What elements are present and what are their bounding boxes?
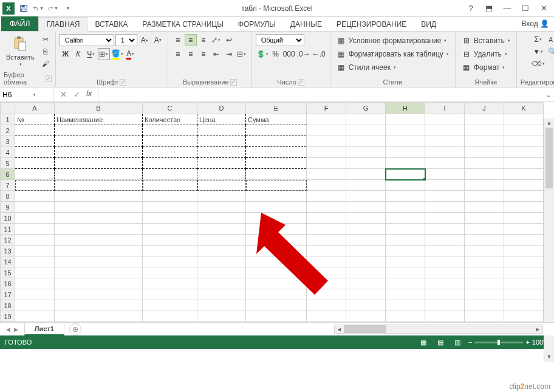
cell[interactable]	[197, 300, 246, 311]
conditional-formatting-button[interactable]: ▦Условное форматирование▾	[334, 34, 450, 47]
cut-icon[interactable]: ✂	[39, 34, 52, 45]
tab-page-layout[interactable]: РАЗМЕТКА СТРАНИЦЫ	[135, 18, 231, 31]
maximize-icon[interactable]: ☐	[518, 2, 533, 15]
cell[interactable]	[15, 213, 55, 224]
tab-insert[interactable]: ВСТАВКА	[87, 18, 135, 31]
cell[interactable]	[55, 191, 143, 202]
font-color-button[interactable]: A▾	[125, 48, 137, 60]
cell[interactable]	[246, 224, 307, 235]
sign-in-link[interactable]: Вход 👤	[522, 19, 550, 28]
cell[interactable]	[465, 267, 504, 278]
cell[interactable]	[465, 224, 504, 235]
cell[interactable]	[246, 202, 307, 213]
cell[interactable]	[425, 300, 465, 311]
decrease-font-icon[interactable]: A▾	[152, 34, 164, 46]
cell[interactable]	[246, 256, 307, 267]
cell[interactable]	[15, 191, 55, 202]
tab-formulas[interactable]: ФОРМУЛЫ	[231, 18, 283, 31]
zoom-slider[interactable]	[474, 342, 523, 343]
cell[interactable]	[425, 136, 465, 147]
cell[interactable]	[425, 213, 465, 224]
cell[interactable]	[246, 289, 307, 300]
cell[interactable]	[425, 246, 465, 256]
cell[interactable]	[197, 147, 246, 158]
zoom-in-icon[interactable]: +	[525, 339, 529, 346]
orientation-icon[interactable]: ⤢▾	[210, 34, 222, 46]
cell[interactable]	[55, 125, 143, 136]
border-button[interactable]: ⊞▾	[98, 48, 110, 60]
cell[interactable]	[307, 256, 346, 267]
cell[interactable]	[307, 169, 346, 180]
column-header[interactable]: I	[425, 103, 465, 114]
increase-indent-icon[interactable]: ⇥	[223, 48, 235, 60]
cell[interactable]	[143, 125, 197, 136]
cell[interactable]	[425, 147, 465, 158]
cell[interactable]	[246, 246, 307, 256]
cell[interactable]	[246, 235, 307, 246]
cell[interactable]	[386, 224, 425, 235]
cell[interactable]	[307, 136, 346, 147]
cell[interactable]	[55, 235, 143, 246]
cell[interactable]	[346, 136, 386, 147]
cell[interactable]	[465, 191, 504, 202]
cell[interactable]	[143, 235, 197, 246]
column-header[interactable]: K	[504, 103, 544, 114]
cell[interactable]	[197, 158, 246, 169]
cell[interactable]	[346, 158, 386, 169]
cell[interactable]	[465, 202, 504, 213]
cell[interactable]	[307, 311, 346, 322]
cell[interactable]	[143, 213, 197, 224]
column-header[interactable]: J	[465, 103, 504, 114]
cell[interactable]	[55, 158, 143, 169]
cell[interactable]	[307, 147, 346, 158]
cell[interactable]	[465, 213, 504, 224]
column-header[interactable]: F	[307, 103, 346, 114]
cell[interactable]	[346, 246, 386, 256]
cell[interactable]	[425, 267, 465, 278]
cell[interactable]	[346, 256, 386, 267]
cell[interactable]	[143, 180, 197, 191]
cell[interactable]	[246, 125, 307, 136]
cell[interactable]	[504, 180, 544, 191]
cell[interactable]	[346, 235, 386, 246]
row-header[interactable]: 9	[1, 202, 15, 213]
row-header[interactable]: 18	[1, 300, 15, 311]
cell[interactable]	[425, 224, 465, 235]
cell[interactable]	[246, 158, 307, 169]
cell[interactable]	[465, 136, 504, 147]
cell[interactable]	[346, 278, 386, 289]
copy-icon[interactable]: ⎘	[39, 46, 52, 57]
cell[interactable]	[504, 235, 544, 246]
cell[interactable]	[15, 311, 55, 322]
cell[interactable]	[465, 278, 504, 289]
align-top-icon[interactable]: ≡	[172, 34, 184, 46]
cell[interactable]	[55, 213, 143, 224]
cancel-formula-icon[interactable]: ✕	[57, 89, 69, 100]
cell[interactable]	[15, 136, 55, 147]
cell[interactable]	[307, 289, 346, 300]
cell[interactable]	[346, 311, 386, 322]
cell[interactable]	[386, 147, 425, 158]
ribbon-display-icon[interactable]: ⬒	[481, 2, 497, 15]
cell[interactable]: Наименование	[55, 114, 143, 125]
help-icon[interactable]: ?	[463, 2, 479, 15]
cell[interactable]	[465, 235, 504, 246]
cell[interactable]	[504, 114, 544, 125]
cell[interactable]	[307, 158, 346, 169]
fill-color-button[interactable]: 🪣▾	[111, 48, 124, 60]
cell[interactable]	[504, 246, 544, 256]
sheet-tab[interactable]: Лист1	[24, 323, 64, 335]
font-size-select[interactable]: 11	[115, 34, 137, 46]
format-as-table-button[interactable]: ▦Форматировать как таблицу▾	[334, 47, 451, 61]
cell[interactable]	[465, 311, 504, 322]
cell[interactable]	[425, 235, 465, 246]
formula-input[interactable]	[101, 88, 541, 101]
row-header[interactable]: 11	[1, 224, 15, 235]
cell[interactable]	[143, 300, 197, 311]
row-header[interactable]: 4	[1, 147, 15, 158]
next-sheet-icon[interactable]: ►	[13, 326, 19, 333]
horizontal-scrollbar[interactable]: ◄ ►	[334, 325, 543, 334]
cell-styles-button[interactable]: ▦Стили ячеек▾	[334, 61, 398, 74]
row-header[interactable]: 19	[1, 311, 15, 322]
cell[interactable]	[465, 125, 504, 136]
